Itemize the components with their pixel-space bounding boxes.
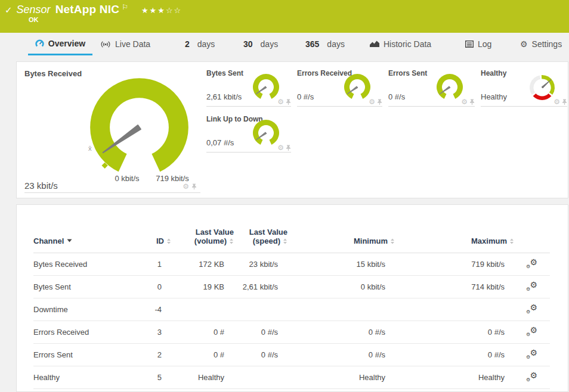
gauge-icon <box>35 39 44 48</box>
channel-settings-icon[interactable]: ⚙⚙ <box>527 259 537 268</box>
tab-number: 30 <box>243 39 253 49</box>
gauge-current-value: Healthy <box>481 92 507 101</box>
tab-overview[interactable]: Overview <box>28 33 92 55</box>
gauge-cell-errors-sent: Errors Sent 0 #/s ⚙ <box>388 66 475 107</box>
sort-icon <box>166 238 171 244</box>
table-row: Downtime -4 ⚙⚙ <box>33 298 550 321</box>
column-header-id[interactable]: ID <box>129 212 171 253</box>
table-row: Bytes Received 1 172 KB 23 kbit/s 15 kbi… <box>33 253 550 276</box>
log-list-icon <box>465 41 474 48</box>
tab-label: days <box>261 39 279 49</box>
channel-settings-icon[interactable]: ⚙⚙ <box>527 326 537 336</box>
channel-name: Downtime <box>33 298 129 321</box>
priority-stars[interactable]: ★★★☆☆ <box>141 6 182 15</box>
tab-label: Log <box>478 39 491 49</box>
flag-icon[interactable]: ⚐ <box>122 3 128 11</box>
tab-number: 365 <box>305 39 319 49</box>
gauge-current-value: 2,61 kbit/s <box>206 92 242 101</box>
gauge-max-label: 719 kbit/s <box>153 174 192 183</box>
errors-received-gauge <box>341 71 374 101</box>
tab-2-days[interactable]: 2 days <box>185 33 215 55</box>
table-header-row: Channel ID Last Value (volume) Last Valu… <box>33 212 550 253</box>
column-header-actions <box>514 212 550 253</box>
pin-icon[interactable] <box>286 145 291 151</box>
gauge-min-label: 0 kbit/s <box>109 174 146 183</box>
channel-name: Errors Received <box>33 321 129 344</box>
gauge-cell-healthy: Healthy Healthy ⚙ <box>481 66 567 107</box>
pin-icon[interactable] <box>286 99 291 105</box>
tab-label: Overview <box>48 39 85 48</box>
sort-icon <box>509 238 514 244</box>
pin-icon[interactable] <box>469 99 475 105</box>
channel-name: Bytes Received <box>33 253 129 276</box>
channel-name: Link Up to Down <box>33 389 129 392</box>
tab-historic-data[interactable]: Historic Data <box>370 33 431 55</box>
channels-table: Channel ID Last Value (volume) Last Valu… <box>33 212 550 392</box>
channel-settings-gear-icon[interactable]: ⚙ <box>277 144 284 151</box>
channel-settings-icon[interactable]: ⚙⚙ <box>527 304 537 313</box>
gauge-current-value: 0 #/s <box>388 92 405 101</box>
gauge-title: Errors Sent <box>388 69 427 77</box>
column-header-minimum[interactable]: Minimum <box>287 212 395 253</box>
channel-name: Errors Sent <box>33 344 129 366</box>
sensor-title: NetApp NIC <box>55 3 120 16</box>
sort-icon <box>283 238 287 244</box>
tab-label: Historic Data <box>384 39 431 49</box>
column-header-last-value-volume[interactable]: Last Value (volume) <box>171 212 234 253</box>
channel-settings-icon[interactable]: ⚙⚙ <box>527 281 537 291</box>
table-row: Errors Received 3 0 # 0 #/s 0 #/s 0 #/s … <box>33 321 550 344</box>
tab-label: Settings <box>532 39 562 49</box>
channel-settings-icon[interactable]: ⚙⚙ <box>527 349 537 359</box>
status-check-icon: ✓ <box>5 5 13 15</box>
channel-settings-gear-icon[interactable]: ⚙ <box>369 98 375 105</box>
sensor-header: ✓ Sensor NetApp NIC ⚐ ★★★☆☆ OK <box>0 0 569 33</box>
sensor-status-badge: OK <box>29 16 39 23</box>
tab-label: days <box>197 39 215 49</box>
divider <box>24 192 200 193</box>
channel-settings-gear-icon[interactable]: ⚙ <box>183 183 189 190</box>
gauge-title: Bytes Received <box>24 69 82 78</box>
gauges-panel: Bytes Received x̄ 0 kbit/s 719 kbit/s 23… <box>16 61 568 198</box>
channel-settings-gear-icon[interactable]: ⚙ <box>553 98 560 105</box>
pin-icon[interactable] <box>377 99 382 105</box>
gauge-title: Healthy <box>481 69 506 77</box>
tab-label: days <box>327 39 345 49</box>
gauge-current-value: 0 #/s <box>297 92 314 101</box>
gauge-cell-bytes-sent: Bytes Sent 2,61 kbit/s ⚙ <box>206 66 291 107</box>
sort-icon <box>390 238 395 244</box>
gauge-cell-errors-received: Errors Received 0 #/s ⚙ <box>297 66 382 107</box>
tab-log[interactable]: Log <box>465 33 491 55</box>
gauge-current-value: 0,07 #/s <box>206 138 234 147</box>
channel-name: Healthy <box>33 366 129 389</box>
gear-icon: ⚙ <box>520 39 528 49</box>
tab-settings[interactable]: ⚙ Settings <box>520 33 562 55</box>
tab-live-data[interactable]: Live Data <box>100 33 150 55</box>
gauge-title: Bytes Sent <box>206 69 243 77</box>
table-row: Bytes Sent 0 19 KB 2,61 kbit/s 0 kbit/s … <box>33 276 550 298</box>
tab-30-days[interactable]: 30 days <box>243 33 278 55</box>
tab-label: Live Data <box>115 39 150 49</box>
channel-settings-icon[interactable]: ⚙⚙ <box>527 372 537 381</box>
column-header-last-value-speed[interactable]: Last Value (speed) <box>234 212 287 253</box>
gauge-current-value: 23 kbit/s <box>24 181 58 191</box>
tab-365-days[interactable]: 365 days <box>305 33 345 55</box>
column-header-maximum[interactable]: Maximum <box>395 212 514 253</box>
sort-icon <box>229 238 234 244</box>
errors-sent-gauge <box>433 71 466 101</box>
average-marker: x̄ <box>88 145 92 152</box>
main-gauge-bytes-received: Bytes Received x̄ 0 kbit/s 719 kbit/s 23… <box>17 62 200 198</box>
channel-settings-gear-icon[interactable]: ⚙ <box>277 98 284 105</box>
bytes-sent-gauge <box>249 71 283 101</box>
tab-number: 2 <box>185 39 190 49</box>
live-signal-icon <box>100 41 111 48</box>
object-type-label: Sensor <box>17 4 51 16</box>
table-row: Link Up to Down 4 4 # 0,07 #/s 0,04 #/s … <box>33 389 550 392</box>
sort-caret-icon <box>67 239 72 242</box>
link-up-to-down-gauge <box>249 117 283 147</box>
channel-settings-gear-icon[interactable]: ⚙ <box>461 98 468 105</box>
bytes-received-gauge: x̄ <box>87 75 191 178</box>
pin-icon[interactable] <box>191 183 197 190</box>
column-header-channel[interactable]: Channel <box>33 212 129 253</box>
pin-icon[interactable] <box>562 99 567 105</box>
small-gauges-grid: Bytes Sent 2,61 kbit/s ⚙ Errors Received… <box>206 66 569 153</box>
